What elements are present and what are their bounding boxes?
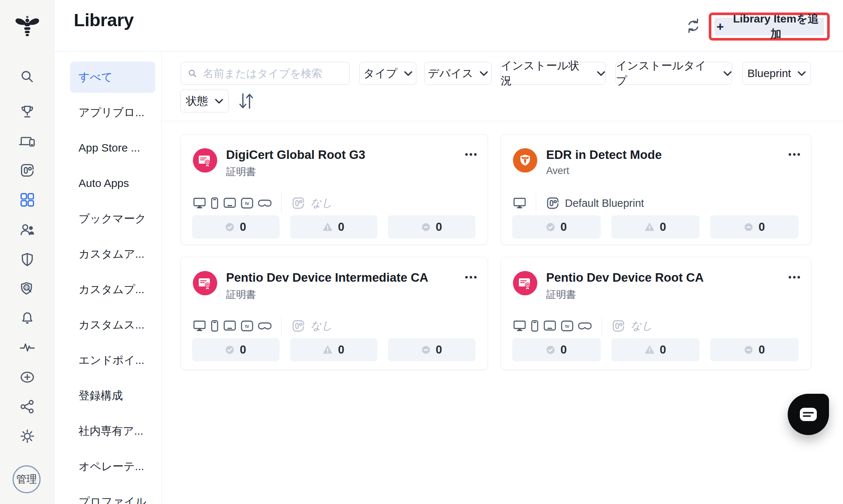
certificate-icon (193, 271, 217, 295)
page-header: Library + Library Itemを追加 (54, 0, 843, 52)
card-title: DigiCert Global Root G3 (226, 148, 365, 161)
meta-divider (536, 193, 536, 213)
warning-triangle-icon (323, 345, 332, 354)
iphone-icon (531, 320, 539, 332)
add-library-item-button[interactable]: + Library Itemを追加 (714, 18, 824, 35)
search-input[interactable] (202, 67, 343, 80)
rail-alerts-bell-icon[interactable] (0, 311, 54, 326)
mac-icon (193, 320, 206, 332)
blueprint-icon (292, 197, 305, 210)
blueprint-label: なし (311, 319, 332, 333)
check-circle-icon (225, 223, 234, 232)
blueprint-icon (292, 319, 305, 333)
blueprint-label: なし (311, 196, 332, 211)
appletv-icon: tv (241, 320, 253, 332)
library-item-card-digicert[interactable]: DigiCert Global Root G3 証明書 tv (180, 134, 488, 245)
rail-settings-gear-icon[interactable] (0, 429, 54, 444)
card-title: EDR in Detect Mode (546, 148, 662, 161)
svg-text:tv: tv (245, 324, 249, 329)
blueprint-icon (546, 197, 559, 210)
rail-shield-icon[interactable] (0, 252, 54, 267)
sidebar-item-app-store[interactable]: App Store ... (54, 130, 161, 166)
filter-type-dropdown[interactable]: タイプ (359, 62, 416, 85)
status-blocked-badge: 0 (710, 215, 799, 239)
blueprint-label: なし (631, 319, 652, 333)
sidebar-item-operating[interactable]: オペレーテ... (54, 449, 161, 484)
status-blocked-badge: 0 (388, 215, 475, 239)
library-item-card-pentio-root[interactable]: Pentio Dev Device Root CA 証明書 tv (500, 257, 811, 370)
refresh-icon[interactable] (685, 18, 701, 34)
chat-bubble-icon (799, 407, 817, 421)
sidebar-item-app-blocking[interactable]: アプリブロ... (54, 95, 161, 130)
blocked-icon (421, 223, 430, 232)
filter-device-dropdown[interactable]: デバイス (424, 62, 492, 85)
warning-triangle-icon (323, 223, 332, 231)
blueprint-info: なし (292, 196, 332, 211)
visionpro-icon (258, 321, 271, 331)
visionpro-icon (258, 198, 271, 208)
filter-state-dropdown[interactable]: 状態 (180, 90, 229, 112)
nav-rail: 管理 (0, 0, 54, 504)
sidebar-item-enrollment-config[interactable]: 登録構成 (54, 378, 161, 413)
sidebar-item-profiles[interactable]: プロファイル (54, 484, 161, 504)
supported-devices: tv (193, 320, 271, 332)
kandji-bee-logo[interactable] (0, 15, 54, 39)
rail-library-icon-active[interactable] (0, 192, 54, 207)
card-menu-kebab-icon[interactable] (465, 148, 477, 156)
card-title: Pentio Dev Device Intermediate CA (226, 271, 428, 284)
supported-devices: tv (513, 320, 592, 332)
rail-trophy-icon[interactable] (0, 104, 54, 119)
check-circle-icon (546, 223, 555, 232)
content-divider (162, 121, 843, 121)
appletv-icon: tv (241, 197, 253, 209)
rail-add-icon[interactable] (0, 370, 54, 385)
library-item-card-edr[interactable]: EDR in Detect Mode Avert Default (500, 134, 811, 245)
sidebar-item-endpoint[interactable]: エンドポイ... (54, 343, 161, 378)
rail-activity-icon[interactable] (0, 340, 54, 355)
filter-install-type-dropdown[interactable]: インストールタイプ (615, 62, 732, 85)
rail-threat-detection-icon[interactable] (0, 281, 54, 297)
ipad-icon (223, 320, 236, 331)
sidebar-item-in-house-apps[interactable]: 社内専有ア... (54, 413, 161, 449)
rail-users-icon[interactable] (0, 222, 54, 237)
card-menu-kebab-icon[interactable] (788, 148, 801, 156)
sidebar-item-bookmarks[interactable]: ブックマーク (54, 201, 161, 236)
card-subtitle: 証明書 (546, 288, 704, 301)
chat-launcher[interactable] (788, 394, 829, 435)
card-menu-kebab-icon[interactable] (788, 271, 801, 279)
card-menu-kebab-icon[interactable] (465, 271, 477, 279)
sidebar-item-all[interactable]: すべて (70, 62, 155, 93)
supported-devices: tv (193, 197, 271, 209)
admin-avatar[interactable]: 管理 (13, 465, 41, 493)
rail-library-items-icon[interactable] (0, 163, 54, 178)
status-warning-badge: 0 (290, 338, 378, 361)
status-warning-badge: 0 (611, 338, 700, 361)
mac-icon (513, 197, 526, 209)
sort-icon[interactable] (237, 91, 255, 111)
certificate-icon (513, 271, 537, 295)
sidebar-item-custom-scripts[interactable]: カスタムス... (54, 307, 161, 343)
page-title: Library (74, 10, 134, 30)
visionpro-icon (578, 321, 592, 331)
sidebar-item-custom-printers[interactable]: カスタムプ... (54, 272, 161, 307)
ipad-icon (223, 198, 236, 209)
supported-devices (513, 197, 526, 209)
blocked-icon (744, 223, 753, 232)
status-blocked-badge: 0 (710, 338, 799, 361)
status-ok-badge: 0 (512, 215, 601, 239)
check-circle-icon (546, 345, 555, 354)
library-content: タイプ デバイス インストール状況 インストールタイプ Blueprint 状態 (162, 52, 843, 504)
filter-blueprint-dropdown[interactable]: Blueprint (742, 62, 811, 85)
search-icon (188, 68, 197, 79)
sidebar-item-custom-apps[interactable]: カスタムア... (54, 236, 161, 272)
library-item-card-pentio-intermediate[interactable]: Pentio Dev Device Intermediate CA 証明書 tv (180, 257, 488, 370)
rail-devices-icon[interactable] (0, 134, 54, 149)
blueprint-info: なし (612, 319, 652, 333)
card-subtitle: 証明書 (226, 288, 428, 301)
sidebar-item-auto-apps[interactable]: Auto Apps (54, 166, 161, 201)
status-warning-badge: 0 (290, 215, 378, 239)
iphone-icon (211, 197, 219, 209)
rail-integrations-icon[interactable] (0, 399, 54, 414)
rail-search-icon[interactable] (0, 69, 54, 84)
filter-install-status-dropdown[interactable]: インストール状況 (500, 62, 606, 85)
